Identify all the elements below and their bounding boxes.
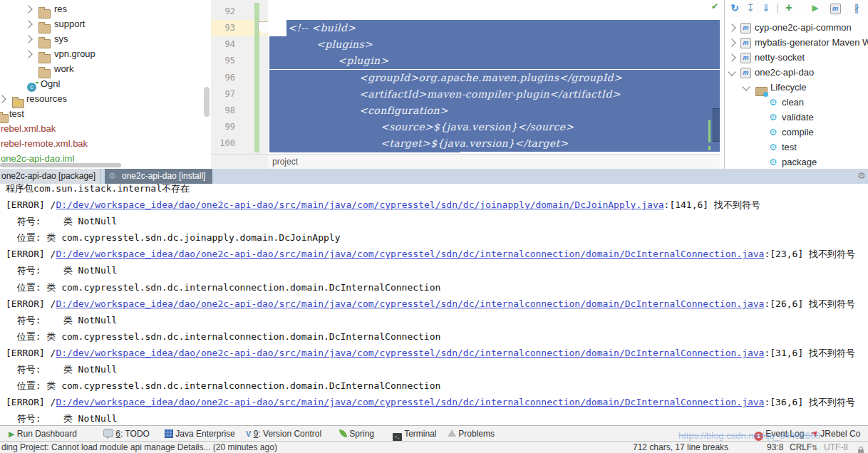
console-line: 位置: 类 com.cypresstel.sdn.dc.joinapply.do… xyxy=(6,229,340,246)
tree-item-support[interactable]: support xyxy=(0,16,12,31)
file-link[interactable]: D:/dev/workspace_idea/dao/one2c-api-dao/… xyxy=(56,199,663,210)
file-link[interactable]: D:/dev/workspace_idea/dao/one2c-api-dao/… xyxy=(56,249,764,259)
chevron-right-icon[interactable] xyxy=(728,38,735,46)
settings-gear-icon[interactable]: ⚙ xyxy=(857,170,866,181)
tree-item-label[interactable]: res xyxy=(54,1,67,16)
code-line-93: <!-- <build> xyxy=(288,20,356,36)
file-link[interactable]: D:/dev/workspace_idea/dao/one2c-api-dao/… xyxy=(56,298,764,309)
maven-module-label[interactable]: netty-socket xyxy=(755,50,805,65)
scrollbar-change-mark xyxy=(708,146,711,150)
project-vertical-scrollbar[interactable] xyxy=(204,87,210,117)
folder-icon xyxy=(38,54,51,63)
jrebel-button[interactable]: JRebel Co xyxy=(811,426,860,442)
editor-vertical-scrollbar[interactable] xyxy=(713,108,720,142)
tree-item-vpn-group[interactable]: vpn.group xyxy=(0,46,12,61)
tree-item-label[interactable]: sys xyxy=(54,31,68,46)
line-ending-selector[interactable]: CRLF⇅ xyxy=(790,442,818,453)
encoding-selector[interactable]: UTF-8 xyxy=(824,442,848,453)
tree-item-label[interactable]: rebel-remote.xml.bak xyxy=(1,136,88,151)
download-sources-icon[interactable]: ↧ xyxy=(744,1,757,14)
tree-item-label[interactable]: work xyxy=(54,61,73,76)
maven-goal-label[interactable]: validate xyxy=(782,110,814,125)
chevron-right-icon[interactable] xyxy=(728,24,735,31)
file-link[interactable]: D:/dev/workspace_idea/dao/one2c-api-dao/… xyxy=(56,348,764,358)
line-number: 99 xyxy=(211,119,235,135)
run-icon[interactable]: ▶ xyxy=(809,1,822,14)
download-icon[interactable]: ⇓ xyxy=(760,1,773,14)
tree-item-res[interactable]: res xyxy=(0,1,12,16)
tree-item-sys[interactable]: sys xyxy=(0,31,12,46)
project-horizontal-scrollbar[interactable] xyxy=(0,163,121,167)
maven-goal-label[interactable]: test xyxy=(782,140,797,155)
chevron-down-icon[interactable] xyxy=(742,83,750,90)
editor-gutter: 92 93 94 95 96 97 98 99 100 xyxy=(211,0,269,154)
refresh-icon[interactable]: ↻ xyxy=(728,1,741,14)
tree-item-label[interactable]: support xyxy=(54,16,85,31)
maven-module-label[interactable]: mybatis-generator Maven W xyxy=(755,35,868,50)
tree-item-work[interactable]: work xyxy=(0,61,12,76)
tree-item-label[interactable]: rebel.xml.bak xyxy=(1,121,56,136)
tree-item-label[interactable]: Ognl xyxy=(41,76,60,91)
code-area[interactable]: <!-- <build> <plugins> <plugin> <groupId… xyxy=(268,0,720,154)
maven-module-label[interactable]: one2c-api-dao xyxy=(755,65,814,80)
tree-item-label[interactable]: resources xyxy=(26,91,67,106)
code-line-99: <source>${java.version}</source> xyxy=(381,119,574,135)
maven-goal-label[interactable]: clean xyxy=(782,95,804,110)
tree-item-resources[interactable]: resources xyxy=(0,91,12,106)
run-tab-install-selected[interactable]: ⚙ one2c-api-dao [install] xyxy=(105,169,212,184)
line-number: 93 xyxy=(211,20,235,36)
error-suffix: :[23,6] 找不到符号 xyxy=(764,249,855,259)
version-control-button[interactable]: V 9: Version Control xyxy=(246,426,321,442)
status-message[interactable]: ding Project: Cannot load module api man… xyxy=(1,442,277,453)
todo-button[interactable]: 6: TODO xyxy=(103,426,150,442)
chevron-right-icon[interactable] xyxy=(0,95,6,103)
console-line: 符号: 类 NotNull xyxy=(6,361,117,378)
chars-info: 712 chars, 17 line breaks xyxy=(633,442,728,453)
spring-button[interactable]: Spring xyxy=(339,426,374,442)
java-enterprise-button[interactable]: Java Enterprise xyxy=(165,426,235,442)
tree-item-label[interactable]: test xyxy=(9,106,24,121)
console-line: 符号: 类 NotNull xyxy=(6,262,117,278)
add-icon[interactable]: + xyxy=(782,1,795,14)
chevron-right-icon[interactable] xyxy=(24,20,32,28)
maven-settings-icon[interactable]: m xyxy=(829,1,842,14)
editor-pane[interactable]: 92 93 94 95 96 97 98 99 100 xyxy=(211,0,720,169)
line-number: 100 xyxy=(211,135,235,152)
terminal-button[interactable]: >_ Terminal xyxy=(393,426,436,442)
console-text: 符号: 类 NotNull xyxy=(6,413,117,424)
caret-position[interactable]: 93:8 xyxy=(767,442,783,453)
top-section: res support sys vpn.group work xyxy=(0,0,868,170)
tree-item-label[interactable]: vpn.group xyxy=(54,46,95,61)
console-text: 程序包com.sun.istack.internal不存在 xyxy=(6,184,190,194)
maven-goal-label[interactable]: package xyxy=(782,155,817,169)
breadcrumb[interactable]: project xyxy=(268,154,720,169)
maven-toolbar: ↻ ↧ ⇓ | + ▶ m ∦ xyxy=(725,0,868,17)
inspections-ok-icon[interactable]: ✔ xyxy=(711,1,720,12)
chevron-right-icon[interactable] xyxy=(24,35,32,43)
console-error-line: [ERROR] /D:/dev/workspace_idea/dao/one2c… xyxy=(6,246,855,262)
run-icon: ▶ xyxy=(9,429,14,438)
run-tab-label: one2c-api-dao [install] xyxy=(122,171,205,181)
console-error-line: [ERROR] /D:/dev/workspace_idea/dao/one2c… xyxy=(6,345,855,361)
build-console[interactable]: 程序包com.sun.istack.internal不存在 [ERROR] /D… xyxy=(0,184,868,425)
chevron-right-icon[interactable] xyxy=(728,53,735,61)
line-ending-value: CRLF xyxy=(790,442,812,452)
event-log-button[interactable]: 1 Event Log xyxy=(754,426,804,442)
line-number: 95 xyxy=(211,53,235,69)
tree-item-test[interactable]: test xyxy=(0,106,12,121)
maven-module-label[interactable]: cyp-one2c-api-common xyxy=(755,20,852,35)
lock-icon[interactable] xyxy=(858,445,864,453)
file-link[interactable]: D:/dev/workspace_idea/dao/one2c-api-dao/… xyxy=(56,397,764,407)
maven-node-label[interactable]: Lifecycle xyxy=(770,80,807,95)
problems-button[interactable]: Problems xyxy=(448,426,495,442)
chevron-down-icon[interactable] xyxy=(728,68,735,76)
maven-lifecycle-node[interactable]: Lifecycle xyxy=(725,80,737,95)
chevron-right-icon[interactable] xyxy=(24,50,32,58)
spring-label: Spring xyxy=(349,429,374,439)
chevron-right-icon[interactable] xyxy=(24,5,32,13)
run-tab-package[interactable]: one2c-api-dao [package] xyxy=(0,169,100,184)
maven-goal-label[interactable]: compile xyxy=(782,125,814,140)
skip-tests-icon[interactable]: ∦ xyxy=(850,1,863,14)
run-dashboard-button[interactable]: ▶ Run Dashboard xyxy=(9,426,77,442)
tree-item-ognl[interactable]: c Ognl xyxy=(0,76,9,91)
